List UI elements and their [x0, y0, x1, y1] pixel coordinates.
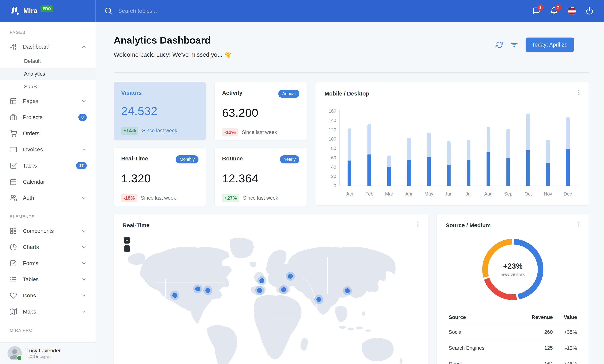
col-value: Value: [553, 311, 577, 324]
logout-button[interactable]: [586, 7, 593, 15]
sidebar-item-label: Tables: [23, 276, 39, 283]
stat-delta: -12%: [222, 128, 238, 136]
cell-revenue: 125: [514, 340, 553, 356]
svg-text:80: 80: [331, 146, 336, 151]
kebab-icon: [415, 221, 421, 227]
kebab-icon: [576, 89, 582, 96]
filter-button[interactable]: [511, 41, 518, 49]
stat-value: 63.200: [222, 106, 299, 119]
stat-title: Real-Time: [121, 155, 148, 162]
realtime-menu-button[interactable]: [415, 221, 421, 227]
donut-center-label: new visitors: [482, 272, 544, 277]
sidebar-item-label: Tasks: [23, 163, 37, 169]
cell-value: +46%: [553, 356, 577, 364]
map-marker: [259, 278, 264, 283]
search-input[interactable]: [117, 7, 216, 14]
cell-revenue: 164: [514, 356, 553, 364]
stat-card-bounce: BounceYearly12.364+27%Since last week: [214, 148, 307, 206]
source-medium-menu-button[interactable]: [576, 221, 582, 227]
pro-badge: PRO: [40, 5, 53, 12]
sidebar-item-tasks[interactable]: Tasks17: [0, 158, 96, 174]
sidebar-item-invoices[interactable]: Invoices: [0, 141, 96, 158]
col-source: Source: [449, 311, 514, 324]
svg-text:Apr: Apr: [405, 191, 413, 196]
sidebar-item-orders[interactable]: Orders: [0, 125, 96, 141]
grid-icon: [10, 227, 17, 235]
refresh-button[interactable]: [496, 41, 503, 49]
sidebar-section-label: PAGES: [0, 22, 96, 39]
language-flag-button[interactable]: [568, 7, 576, 15]
stat-period-badge[interactable]: Monthly: [176, 155, 199, 163]
map-zoom-out-button[interactable]: -: [124, 245, 130, 252]
sidebar-user[interactable]: Lucy Lavender UX Designer: [0, 342, 96, 364]
sidebar-item-components[interactable]: Components: [0, 223, 96, 239]
sidebar-item-tables[interactable]: Tables: [0, 271, 96, 288]
svg-text:May: May: [425, 191, 433, 196]
today-button[interactable]: Today: April 29: [526, 38, 574, 52]
pie-chart-icon: [10, 244, 17, 251]
notifications-button[interactable]: 7: [550, 7, 558, 15]
messages-button[interactable]: 3: [532, 7, 540, 15]
stat-card-activity: ActivityAnnual63.200-12%Since last week: [214, 82, 307, 140]
stat-card-visitors: Visitors24.532+14%Since last week: [114, 82, 206, 140]
sidebar-item-label: Auth: [23, 195, 34, 201]
source-table: Source Revenue Value Social260+35%Search…: [449, 311, 577, 364]
svg-text:0: 0: [334, 183, 336, 188]
sidebar-subitem-saas[interactable]: SaaS: [0, 80, 96, 93]
sidebar-item-projects[interactable]: Projects8: [0, 109, 96, 125]
chevron-down-icon: [81, 260, 87, 266]
mobile-desktop-chart: 020406080100120140160JanFebMarAprMayJunJ…: [325, 108, 580, 199]
avatar: [8, 346, 22, 360]
stat-delta: +14%: [121, 127, 138, 135]
sidebar-subitem-analytics[interactable]: Analytics: [0, 68, 96, 80]
stat-value: 12.364: [222, 172, 299, 185]
sidebar-nav: PAGESDashboardDefaultAnalyticsSaaSPagesP…: [0, 22, 96, 337]
brand[interactable]: Mira PRO: [0, 0, 96, 22]
stat-delta: -18%: [121, 194, 137, 202]
map-zoom-in-button[interactable]: +: [124, 237, 130, 244]
mobile-desktop-menu-button[interactable]: [576, 89, 582, 96]
source-medium-card: Source / Medium +23% new visitors Source…: [437, 214, 589, 364]
sidebar-item-badge: 8: [78, 114, 87, 121]
realtime-title: Real-Time: [123, 222, 150, 228]
stat-note: Since last week: [141, 195, 176, 201]
chevron-down-icon: [81, 195, 87, 201]
cell-source: Social: [449, 324, 514, 340]
source-medium-title: Source / Medium: [446, 222, 491, 228]
svg-text:Oct: Oct: [525, 191, 532, 196]
sidebar-item-charts[interactable]: Charts: [0, 239, 96, 255]
chevron-down-icon: [81, 309, 87, 314]
sidebar-item-forms[interactable]: Forms: [0, 255, 96, 271]
map-marker: [345, 289, 350, 293]
chevron-down-icon: [81, 98, 87, 104]
stat-title: Bounce: [222, 155, 243, 162]
sidebar-item-label: Invoices: [23, 147, 43, 153]
sliders-icon: [10, 43, 17, 50]
user-name: Lucy Lavender: [26, 347, 61, 354]
sidebar-subitem-default[interactable]: Default: [0, 55, 96, 68]
sidebar-item-pages[interactable]: Pages: [0, 93, 96, 109]
svg-text:120: 120: [329, 127, 336, 132]
sidebar-item-dashboard[interactable]: Dashboard: [0, 39, 96, 55]
svg-text:60: 60: [331, 155, 336, 160]
table-row: Direct164+46%: [449, 356, 577, 364]
table-row: Social260+35%: [449, 324, 577, 340]
map-marker: [195, 287, 200, 291]
check-square-icon: [10, 162, 17, 169]
sidebar-item-maps[interactable]: Maps: [0, 304, 96, 320]
stat-period-badge[interactable]: Annual: [278, 90, 299, 98]
stat-period-badge[interactable]: Yearly: [280, 155, 299, 163]
sidebar-item-icons[interactable]: Icons: [0, 288, 96, 304]
online-status-dot: [16, 355, 22, 361]
world-map-svg: [117, 234, 424, 364]
credit-card-icon: [10, 146, 17, 153]
main-content: Analytics Dashboard Welcome back, Lucy! …: [96, 22, 604, 364]
sidebar-item-auth[interactable]: Auth: [0, 190, 96, 206]
map-marker: [288, 274, 293, 279]
world-map[interactable]: [117, 234, 424, 364]
stat-delta: +27%: [222, 194, 239, 202]
sidebar-item-calendar[interactable]: Calendar: [0, 174, 96, 190]
sidebar-item-label: Charts: [23, 244, 39, 250]
cell-value: +35%: [553, 324, 577, 340]
sidebar-item-label: Icons: [23, 292, 36, 299]
